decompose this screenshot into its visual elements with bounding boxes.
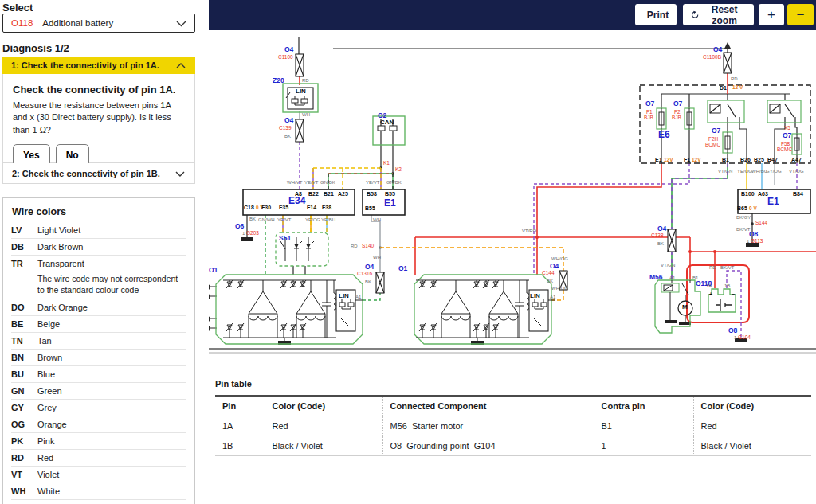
pin-table: PinColor (Code)Connected ComponentContra… (215, 395, 811, 456)
wire-color-row: WHWhite (11, 483, 186, 500)
component-m56 (655, 280, 700, 333)
diagnosis-step-1-header-label: 1: Check the connectivity of pin 1A. (11, 61, 159, 70)
wire-color-row: PKPink (11, 433, 186, 450)
component-e1-left (363, 189, 405, 215)
pin-table-row: 1ARedM56 Starter motorB1Red (215, 416, 811, 436)
pin-table-header-cell: Pin (215, 396, 265, 416)
wire-color-row: TRTransparent (11, 256, 186, 272)
ground-g203 (241, 237, 253, 241)
pin-table-header-cell: Color (Code) (265, 396, 382, 416)
wire-colors-list: LVLight VioletDBDark BrownTRTransparentT… (3, 222, 194, 504)
zoom-in-button[interactable]: + (759, 4, 784, 25)
component-o118-battery (708, 289, 736, 312)
wire-color-row: BUBlue (11, 366, 186, 383)
diagnosis-step-1-header[interactable]: 1: Check the connectivity of pin 1A. (2, 57, 195, 74)
wire-color-row: The wire code may not correspondent to t… (11, 272, 186, 299)
select-value-name: Additional battery (42, 18, 113, 28)
sidebar: Select O118 Additional battery Diagnosis… (0, 0, 209, 504)
component-select[interactable]: O118 Additional battery (2, 14, 195, 33)
pin-table-head-row: PinColor (Code)Connected ComponentContra… (215, 396, 811, 416)
wire-color-row: VTViolet (11, 467, 186, 483)
connector-o4-c144 (559, 271, 567, 290)
select-value-code: O118 (11, 18, 33, 28)
pin-table-title: Pin table (215, 379, 811, 389)
wire-colors-title: Wire colors (12, 206, 194, 217)
reset-zoom-icon (691, 10, 699, 20)
component-o2-can (373, 116, 405, 145)
connector-o4-c1100 (296, 54, 304, 76)
reset-zoom-button[interactable]: Reset zoom (683, 4, 754, 25)
chevron-up-icon (176, 63, 186, 68)
step-title: Check the connectivity of pin 1A. (13, 84, 194, 96)
plus-icon: + (767, 7, 775, 23)
toolbar: Print Reset zoom + − (209, 0, 816, 30)
diagnosis-title: Diagnosis 1/2 (2, 42, 69, 54)
relay-2 (767, 100, 801, 123)
ground-g113 (746, 243, 759, 247)
pin-table-row: 1BBlack / VioletO8 Grounding point G1041… (215, 436, 811, 456)
ground-g104 (735, 338, 747, 342)
wire-color-row: GNGreen (11, 383, 186, 400)
wire-color-row: OGOrange (11, 416, 186, 433)
wire-color-row: YEYellow (11, 500, 186, 504)
print-button[interactable]: Print (635, 4, 677, 25)
connector-o4-c1100b (724, 53, 732, 73)
pin-table-header-cell: Color (Code) (693, 396, 811, 416)
wire-color-row: RDRed (11, 450, 186, 467)
wire-color-row: DBDark Brown (11, 239, 186, 256)
component-s51 (276, 232, 328, 266)
wire-colors-panel: Wire colors LVLight VioletDBDark BrownTR… (2, 197, 195, 504)
pin-table-body: 1ARedM56 Starter motorB1Red1BBlack / Vio… (215, 416, 811, 456)
connector-o4-c138 (668, 229, 676, 252)
wire-color-row: DODark Orange (11, 299, 186, 316)
diagnosis-step-2-header-label: 2: Check the connectivity of pin 1B. (12, 169, 160, 178)
step-instructions: Measure the resistance between pins 1A a… (13, 100, 185, 136)
fuses-o7 (657, 108, 802, 154)
component-e34 (243, 189, 355, 215)
component-e1-right (738, 189, 810, 213)
wire-color-row: LVLight Violet (11, 222, 186, 239)
chevron-down-icon (175, 171, 185, 177)
component-z20 (283, 84, 318, 112)
select-label: Select (2, 2, 33, 14)
pin-table-header-cell: Connected Component (382, 396, 594, 416)
print-label: Print (647, 10, 669, 21)
zoom-out-button[interactable]: − (787, 4, 814, 25)
diagnosis-step-2-header[interactable]: 2: Check the connectivity of pin 1B. (2, 163, 195, 184)
diagnosis-step-1-panel: Check the connectivity of pin 1A. Measur… (2, 74, 195, 163)
wire-color-row: BEBeige (11, 316, 186, 333)
wire-color-row: TNTan (11, 333, 186, 350)
connector-o4-c1316 (376, 272, 384, 293)
connector-o4-c139 (296, 119, 304, 142)
relay-1 (708, 100, 744, 123)
pin-table-header-cell: Contra pin (594, 396, 693, 416)
pin-table-section: Pin table PinColor (Code)Connected Compo… (215, 379, 811, 456)
wiring-diagram-canvas[interactable] (209, 33, 816, 377)
wire-color-row: GYGrey (11, 400, 186, 416)
wire-color-row: BNBrown (11, 350, 186, 366)
minus-icon: − (797, 7, 805, 23)
reset-zoom-label: Reset zoom (703, 4, 746, 26)
chevron-down-icon (176, 21, 186, 27)
